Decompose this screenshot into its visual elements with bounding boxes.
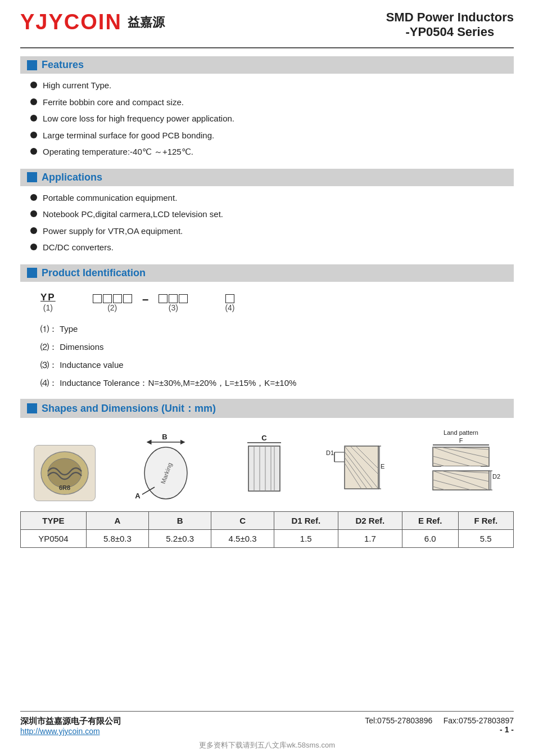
col-b: B [149, 511, 211, 529]
list-item: Ferrite bobbin core and compact size. [30, 96, 514, 109]
land-pattern-diagram: Land pattern F [422, 428, 500, 501]
cell-f: 5.5 [458, 529, 513, 547]
pid-cell-4: (4) [225, 294, 234, 312]
shapes-section: Shapes and Dimensions (Unit：mm) 6R8 [20, 399, 514, 561]
dimensions-table: TYPE A B C D1 Ref. D2 Ref. E Ref. F Ref.… [20, 511, 514, 548]
svg-text:6R8: 6R8 [59, 484, 70, 491]
top-view-svg: D1 E [323, 434, 391, 501]
shapes-title: Shapes and Dimensions (Unit：mm) [42, 402, 216, 415]
list-item: DC/DC converters. [30, 241, 514, 254]
bullet-icon [30, 148, 37, 155]
col-f: F Ref. [458, 511, 513, 529]
side-view-diagram: B Marking A [126, 434, 205, 501]
front-view-svg: C [236, 434, 292, 501]
svg-text:E: E [381, 463, 384, 470]
col-e: E Ref. [402, 511, 458, 529]
pid-label-4: (4) [225, 303, 234, 312]
features-icon [27, 60, 37, 70]
applications-section: Applications Portable communication equi… [20, 169, 514, 260]
svg-text:C: C [261, 434, 267, 442]
table-row: YP0504 5.8±0.3 5.2±0.3 4.5±0.3 1.5 1.7 6… [21, 529, 514, 547]
applications-section-header: Applications [20, 169, 514, 186]
footer-page: - 1 - [365, 725, 514, 734]
footer-tel: Tel:0755-27803896 [365, 716, 432, 725]
list-item: Operating temperature:-40℃ ～+125℃. [30, 146, 514, 159]
sub-title: -YP0504 Series [386, 25, 514, 39]
cell-type: YP0504 [21, 529, 87, 547]
bullet-icon [30, 132, 37, 138]
shapes-section-header: Shapes and Dimensions (Unit：mm) [20, 399, 514, 418]
svg-text:D1: D1 [326, 449, 334, 456]
applications-list: Portable communication equipment. Notebo… [30, 192, 514, 254]
pid-dash: − [142, 294, 149, 307]
product-id-section: Product Identification YP (1) [20, 264, 514, 394]
pid-cell-1: YP (1) [40, 292, 56, 312]
col-a: A [86, 511, 148, 529]
watermark: 更多资料下载请到五八文库wk.58sms.com [20, 740, 514, 750]
cell-d2: 1.7 [338, 529, 402, 547]
features-section-header: Features [20, 56, 514, 74]
product-id-legend: ⑴： Type ⑵： Dimensions ⑶： Inductance valu… [40, 322, 494, 390]
cell-c: 4.5±0.3 [211, 529, 274, 547]
pid-cell-2: (2) [93, 294, 132, 312]
bullet-icon [30, 82, 37, 88]
list-item: High current Type. [30, 79, 514, 92]
website-link[interactable]: http://www.yjycoin.com [20, 727, 121, 736]
col-c: C [211, 511, 274, 529]
company-name: 深圳市益嘉源电子有限公司 [20, 716, 121, 727]
pid-label-1: (1) [43, 303, 53, 312]
svg-rect-41 [441, 466, 481, 471]
component-photo: 6R8 [34, 445, 96, 501]
list-item: Portable communication equipment. [30, 192, 514, 205]
land-pattern-svg: Land pattern F [422, 428, 500, 501]
footer-right: Tel:0755-27803896 Fax:0755-27803897 - 1 … [365, 716, 514, 734]
shapes-diagrams: 6R8 B Marking A [20, 428, 514, 501]
col-d2: D2 Ref. [338, 511, 402, 529]
title-area: SMD Power Inductors -YP0504 Series [386, 10, 514, 39]
list-item: Low core loss for high frequency power a… [30, 112, 514, 125]
cell-d1: 1.5 [274, 529, 338, 547]
pid-prefix: YP [40, 292, 56, 303]
cell-e: 6.0 [402, 529, 458, 547]
main-title: SMD Power Inductors [386, 10, 514, 25]
features-title: Features [42, 59, 84, 71]
list-item: Power supply for VTR,OA equipment. [30, 225, 514, 238]
front-view-diagram: C [236, 434, 292, 501]
pid-legend-2: ⑵： Dimensions [40, 340, 494, 354]
pid-legend-4: ⑷： Inductance Tolerance：N=±30%,M=±20%，L=… [40, 376, 494, 390]
bullet-icon [30, 244, 37, 250]
applications-title: Applications [42, 172, 102, 183]
product-id-icon [27, 268, 37, 278]
features-list: High current Type. Ferrite bobbin core a… [30, 79, 514, 159]
list-item: Notebook PC,digital carmera,LCD televisi… [30, 208, 514, 221]
pid-label-2: (2) [107, 303, 117, 312]
header-divider [20, 47, 514, 48]
product-id-diagram: YP (1) (2) − [40, 292, 494, 312]
bullet-icon [30, 194, 37, 201]
header: YJYCOIN 益嘉源 SMD Power Inductors -YP0504 … [20, 10, 514, 39]
logo-text: YJYCOIN [20, 10, 122, 34]
table-header-row: TYPE A B C D1 Ref. D2 Ref. E Ref. F Ref. [21, 511, 514, 529]
footer: 深圳市益嘉源电子有限公司 http://www.yjycoin.com Tel:… [20, 711, 514, 736]
pid-legend-3: ⑶： Inductance value [40, 358, 494, 372]
footer-left: 深圳市益嘉源电子有限公司 http://www.yjycoin.com [20, 716, 121, 736]
side-view-svg: B Marking A [126, 434, 205, 501]
product-id-section-header: Product Identification [20, 264, 514, 282]
pid-boxes-2 [93, 294, 132, 303]
product-id-row: YP (1) (2) − [40, 292, 494, 312]
product-id-title: Product Identification [42, 267, 146, 279]
pid-label-3: (3) [169, 303, 178, 312]
pid-cell-3: (3) [159, 294, 188, 312]
footer-fax: Fax:0755-27803897 [444, 716, 514, 725]
component-svg: 6R8 [37, 448, 93, 498]
col-type: TYPE [21, 511, 87, 529]
cell-b: 5.2±0.3 [149, 529, 211, 547]
pid-legend-1: ⑴： Type [40, 322, 494, 336]
top-view-diagram: D1 E [323, 434, 391, 501]
applications-icon [27, 172, 37, 182]
bullet-icon [30, 115, 37, 122]
features-section: Features High current Type. Ferrite bobb… [20, 56, 514, 164]
bullet-icon [30, 98, 37, 105]
svg-rect-11 [248, 446, 280, 491]
col-d1: D1 Ref. [274, 511, 338, 529]
